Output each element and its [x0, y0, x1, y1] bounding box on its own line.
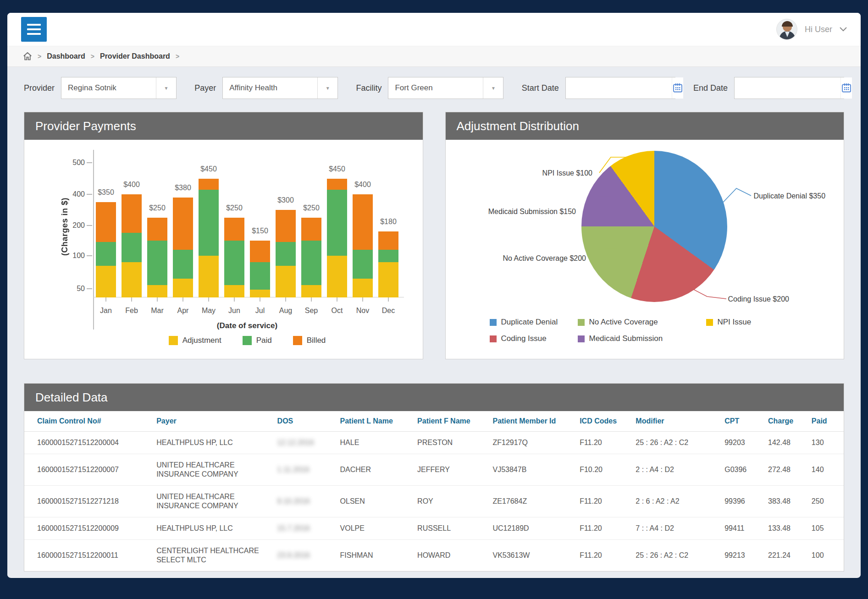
legend-item-adjustment: Adjustment — [169, 336, 221, 345]
stacked-bar-jun[interactable] — [224, 156, 244, 297]
column-header-icd-codes[interactable]: ICD Codes — [575, 411, 631, 432]
table-row[interactable]: 16000015271512200011CENTERLIGHT HEALTHCA… — [24, 540, 844, 572]
hamburger-menu-button[interactable] — [21, 17, 47, 42]
bar-segment-billed[interactable] — [327, 179, 347, 190]
breadcrumb-separator: > — [91, 53, 94, 60]
bar-segment-paid[interactable] — [378, 250, 398, 263]
stacked-bar-sep[interactable] — [301, 156, 321, 297]
bar-segment-billed[interactable] — [224, 218, 244, 241]
chevron-down-icon[interactable] — [840, 27, 847, 32]
bar-segment-paid[interactable] — [173, 250, 193, 279]
user-avatar[interactable] — [776, 19, 797, 40]
bar-segment-paid[interactable] — [327, 190, 347, 256]
legend-swatch — [490, 319, 497, 326]
stacked-bar-mar[interactable] — [147, 156, 167, 297]
start-date-input[interactable] — [566, 77, 672, 99]
column-header-paid[interactable]: Paid — [807, 411, 844, 432]
bar-segment-paid[interactable] — [250, 262, 270, 289]
column-header-charge[interactable]: Charge — [763, 411, 807, 432]
provider-payments-title: Provider Payments — [24, 112, 423, 140]
cell-paid: 130 — [807, 432, 844, 454]
cell-charge: 272.48 — [763, 454, 807, 486]
stacked-bar-may[interactable] — [199, 156, 219, 297]
payer-select[interactable]: Affinity Health ▼ — [222, 77, 338, 99]
bar-segment-paid[interactable] — [224, 241, 244, 285]
bar-segment-paid[interactable] — [147, 241, 167, 285]
bar-segment-billed[interactable] — [378, 231, 398, 250]
end-date-calendar-button[interactable] — [840, 77, 852, 99]
end-date-input[interactable] — [735, 77, 840, 99]
bar-segment-paid[interactable] — [276, 242, 296, 265]
bar-segment-paid[interactable] — [301, 241, 321, 285]
bar-segment-billed[interactable] — [353, 194, 373, 250]
column-header-claim-control-no-[interactable]: Claim Control No# — [24, 411, 152, 432]
provider-label: Provider — [24, 83, 55, 93]
bar-segment-paid[interactable] — [96, 242, 116, 265]
table-header-row: Claim Control No#PayerDOSPatient L NameP… — [24, 411, 844, 432]
stacked-bar-feb[interactable] — [122, 156, 142, 297]
adjustment-distribution-panel: Adjustment Distribution NPI Issue $100 M… — [445, 112, 845, 359]
cell-patient-f-name: PRESTON — [413, 432, 488, 454]
bar-segment-adjustment[interactable] — [250, 290, 270, 297]
stacked-bar-dec[interactable] — [378, 156, 398, 297]
breadcrumb-provider-dashboard[interactable]: Provider Dashboard — [100, 52, 170, 60]
stacked-bar-nov[interactable] — [353, 156, 373, 297]
cell-patient-member-id: UC12189D — [488, 517, 575, 540]
breadcrumb-dashboard[interactable]: Dashboard — [47, 52, 85, 60]
provider-select[interactable]: Regina Sotnik ▼ — [61, 77, 177, 99]
facility-select[interactable]: Fort Green ▼ — [388, 77, 503, 99]
bar-segment-adjustment[interactable] — [224, 285, 244, 297]
legend-swatch — [243, 336, 252, 345]
bar-segment-adjustment[interactable] — [122, 262, 142, 297]
start-date-calendar-button[interactable] — [672, 77, 683, 99]
cell-patient-l-name: DACHER — [336, 454, 413, 486]
bar-segment-adjustment[interactable] — [353, 279, 373, 297]
bar-segment-billed[interactable] — [199, 179, 219, 190]
column-header-modifier[interactable]: Modifier — [631, 411, 720, 432]
bar-segment-billed[interactable] — [276, 210, 296, 242]
stacked-bar-apr[interactable] — [173, 156, 193, 297]
bar-slot: $150Jul — [247, 156, 273, 297]
table-row[interactable]: 16000015271512200007UNITED HEALTHCARE IN… — [24, 454, 844, 486]
column-header-patient-l-name[interactable]: Patient L Name — [336, 411, 413, 432]
bar-segment-paid[interactable] — [199, 190, 219, 256]
bar-segment-billed[interactable] — [250, 241, 270, 262]
column-header-patient-member-id[interactable]: Patient Member Id — [488, 411, 575, 432]
column-header-patient-f-name[interactable]: Patient F Name — [413, 411, 488, 432]
bar-segment-billed[interactable] — [122, 194, 142, 233]
cell-payer: CENTERLIGHT HEALTHCARE SELECT MLTC — [152, 540, 272, 572]
breadcrumb-separator: > — [176, 53, 179, 60]
bar-segment-adjustment[interactable] — [276, 266, 296, 297]
stacked-bar-aug[interactable] — [276, 156, 296, 297]
dropdown-arrow-icon: ▼ — [317, 77, 337, 99]
bar-segment-adjustment[interactable] — [147, 285, 167, 297]
bar-segment-adjustment[interactable] — [327, 256, 347, 297]
column-header-payer[interactable]: Payer — [152, 411, 272, 432]
bar-segment-billed[interactable] — [147, 218, 167, 241]
home-icon[interactable] — [23, 52, 32, 60]
bars-container: $350Jan$400Feb$250Mar$380Apr$450May$250J… — [93, 156, 401, 297]
bar-segment-billed[interactable] — [96, 202, 116, 242]
column-header-dos[interactable]: DOS — [273, 411, 336, 432]
table-row[interactable]: 16000015271512271218UNITED HEALTHCARE IN… — [24, 486, 844, 517]
bar-segment-adjustment[interactable] — [96, 266, 116, 297]
bar-segment-paid[interactable] — [122, 233, 142, 262]
column-header-cpt[interactable]: CPT — [720, 411, 763, 432]
stacked-bar-jan[interactable] — [96, 156, 116, 297]
bar-segment-adjustment[interactable] — [301, 285, 321, 297]
cell-modifier: 25 : 26 : A2 : C2 — [631, 432, 720, 454]
x-axis-tick-label: Feb — [125, 307, 138, 315]
bar-segment-adjustment[interactable] — [378, 262, 398, 297]
user-menu[interactable]: Hi User — [776, 19, 847, 40]
bar-segment-billed[interactable] — [301, 218, 321, 241]
table-row[interactable]: 16000015271512200009HEALTHPLUS HP, LLC15… — [24, 517, 844, 540]
bar-segment-billed[interactable] — [173, 198, 193, 250]
pie-chart[interactable] — [581, 151, 727, 302]
bar-segment-adjustment[interactable] — [199, 256, 219, 297]
table-row[interactable]: 16000015271512200004HEALTHPLUS HP, LLC12… — [24, 432, 844, 454]
dropdown-arrow-icon: ▼ — [156, 77, 176, 99]
bar-segment-adjustment[interactable] — [173, 279, 193, 297]
cell-charge: 133.48 — [763, 517, 807, 540]
stacked-bar-oct[interactable] — [327, 156, 347, 297]
bar-segment-paid[interactable] — [353, 250, 373, 279]
